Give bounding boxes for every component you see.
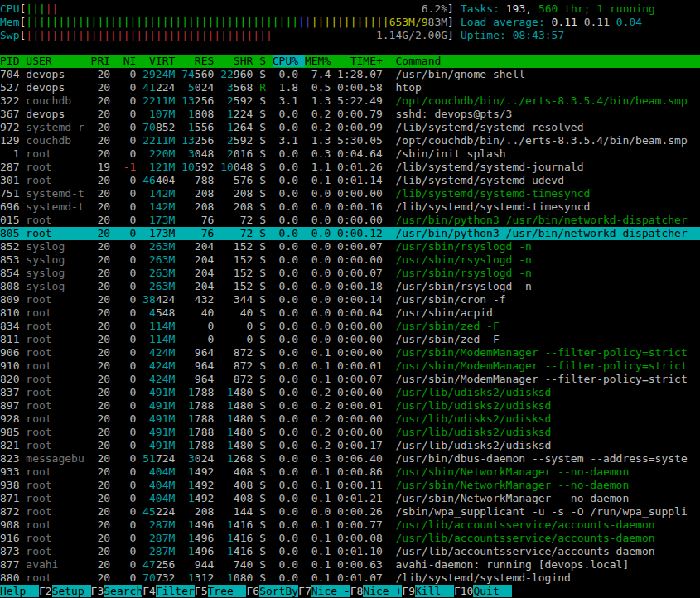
fnbutton-nice-[interactable]: Nice -: [311, 585, 350, 597]
fnkey-quit[interactable]: F10: [454, 585, 473, 597]
column-header-pri[interactable]: PRI: [91, 55, 110, 67]
process-row[interactable]: 837 root 20 0 491M 1788 1480 S 0.0 0.2 0…: [0, 386, 700, 399]
process-row[interactable]: 751 systemd-t 20 0 142M 208 208 S 0.0 0.…: [0, 187, 700, 200]
fnbutton-filter[interactable]: Filter: [156, 585, 195, 597]
fnbutton-setup[interactable]: Setup: [52, 585, 91, 597]
time-cell: 0:00.86: [337, 465, 389, 478]
fnkey-nice-[interactable]: F7: [298, 585, 311, 597]
nice-cell: 0: [117, 200, 136, 213]
cpu-percent-cell: 1.8: [273, 81, 298, 94]
process-row[interactable]: 873 root 20 0 287M 1496 1416 S 0.0 0.1 0…: [0, 545, 700, 558]
time-cell: 0:00.63: [337, 558, 389, 571]
process-row[interactable]: 897 root 20 0 491M 1788 1480 S 0.0 0.2 0…: [0, 399, 700, 412]
process-row[interactable]: 527 devops 20 0 41224 5024 3568 R 1.8 0.…: [0, 81, 700, 94]
mem-percent-cell: 0.2: [305, 426, 331, 438]
mem-percent-cell: 0.0: [305, 240, 331, 253]
process-row[interactable]: 880 root 20 0 70732 1312 1080 S 0.0 0.1 …: [0, 571, 700, 585]
column-header-cpu[interactable]: CPU%: [273, 55, 305, 67]
fnbutton-help[interactable]: Help: [0, 585, 39, 597]
process-row[interactable]: 985 root 20 0 491M 1788 1480 S 0.0 0.2 0…: [0, 426, 700, 439]
process-row[interactable]: 367 devops 20 0 107M 1808 1224 S 0.0 0.2…: [0, 108, 700, 121]
column-header-user[interactable]: USER: [26, 55, 84, 67]
shr-cell: [220, 505, 234, 518]
fnkey-nice-[interactable]: F8: [350, 585, 364, 597]
process-row[interactable]: 820 root 20 0 424M 964 872 S 0.0 0.1 0:0…: [0, 373, 700, 386]
shr-cell: [220, 492, 234, 504]
fnkey-tree[interactable]: F5: [195, 585, 208, 597]
process-row[interactable]: 129 couchdb 20 0 2211M 13256 2592 S 3.1 …: [0, 134, 700, 147]
fnbutton-nice-[interactable]: Nice +: [363, 585, 402, 597]
process-row[interactable]: 871 root 20 0 404M 1492 408 S 0.0 0.1 0:…: [0, 492, 700, 505]
fnkey-search[interactable]: F3: [91, 585, 104, 597]
fnbutton-sortby[interactable]: SortBy: [259, 585, 298, 597]
fnbutton-search[interactable]: Search: [104, 585, 142, 597]
process-row[interactable]: 805 root 20 0 173M 76 72 S 0.0 0.0 0:00.…: [0, 227, 700, 240]
column-header-time[interactable]: TIME+: [337, 55, 389, 67]
process-row[interactable]: 809 root 20 0 38424 432 344 S 0.0 0.0 0:…: [0, 293, 700, 306]
process-row[interactable]: 015 root 20 0 173M 76 72 S 0.0 0.0 0:00.…: [0, 214, 700, 227]
process-row[interactable]: 287 root 19 -1 121M 10592 10048 S 0.0 1.…: [0, 161, 700, 174]
swp-meter-bars: |||||||||||||||||||||||||||||||||||||| 1…: [26, 29, 447, 41]
process-row[interactable]: 938 root 20 0 404M 1492 408 S 0.0 0.1 0:…: [0, 479, 700, 492]
process-row[interactable]: 1 root 20 0 220M 3048 2016 S 0.0 0.3 0:0…: [0, 147, 700, 161]
process-row[interactable]: 704 devops 20 0 2924M 74560 22960 S 0.0 …: [0, 68, 700, 81]
fnbutton-quit[interactable]: Quit: [473, 585, 512, 597]
res-cell: [181, 214, 200, 226]
process-row[interactable]: 696 systemd-t 20 0 142M 208 208 S 0.0 0.…: [0, 200, 700, 214]
column-header-shr[interactable]: SHR: [220, 55, 253, 67]
fnbutton-kill[interactable]: Kill: [415, 585, 454, 597]
process-row[interactable]: 877 avahi 20 0 47256 944 740 S 0.0 0.1 0…: [0, 558, 700, 571]
fnkey-setup[interactable]: F2: [39, 585, 52, 597]
mem-percent-cell: 0.0: [305, 306, 331, 319]
process-row[interactable]: 301 root 20 0 46404 788 576 S 0.0 0.1 0:…: [0, 174, 700, 187]
pri-cell: 20: [91, 320, 110, 332]
process-row[interactable]: 928 root 20 0 491M 1788 1480 S 0.0 0.2 0…: [0, 412, 700, 426]
process-row[interactable]: 916 root 20 0 287M 1496 1416 S 0.0 0.1 0…: [0, 532, 700, 545]
res-cell: [181, 571, 188, 584]
user-cell: devops: [26, 68, 84, 80]
process-row[interactable]: 854 syslog 20 0 263M 204 152 S 0.0 0.0 0…: [0, 267, 700, 280]
process-row[interactable]: 933 root 20 0 404M 1492 408 S 0.0 0.1 0:…: [0, 465, 700, 479]
fnkey-sortby[interactable]: F6: [246, 585, 259, 597]
shr-cell: [220, 306, 239, 319]
process-row[interactable]: 853 syslog 20 0 263M 204 152 S 0.0 0.0 0…: [0, 253, 700, 267]
time-cell: 0:00.07: [337, 373, 389, 385]
column-header-ni[interactable]: NI: [117, 55, 136, 67]
process-row[interactable]: 852 syslog 20 0 263M 204 152 S 0.0 0.0 0…: [0, 240, 700, 253]
process-row[interactable]: 906 root 20 0 424M 964 872 S 0.0 0.1 0:0…: [0, 346, 700, 359]
column-header-pid[interactable]: PID: [0, 55, 19, 67]
process-row[interactable]: 972 systemd-r 20 0 70852 1556 1264 S 0.0…: [0, 121, 700, 134]
process-row[interactable]: 821 root 20 0 491M 1788 1480 S 0.0 0.2 0…: [0, 439, 700, 452]
process-row[interactable]: 834 root 20 0 114M 0 0 S 0.0 0.0 0:00.00…: [0, 320, 700, 333]
fnkey-filter[interactable]: F4: [142, 585, 156, 597]
res-cell: [181, 81, 188, 94]
pri-cell: 20: [91, 280, 110, 292]
column-header-res[interactable]: RES: [181, 55, 214, 67]
virt-cell: [142, 465, 149, 478]
process-row[interactable]: 910 root 20 0 424M 964 872 S 0.0 0.1 0:0…: [0, 359, 700, 373]
process-row[interactable]: 811 root 20 0 114M 0 0 S 0.0 0.0 0:00.00…: [0, 333, 700, 346]
mem-percent-cell: 0.1: [305, 373, 331, 385]
cpu-percent-cell: 0.0: [273, 227, 298, 239]
column-header-command[interactable]: Command: [396, 55, 442, 67]
process-row[interactable]: 823 messagebu 20 0 51724 3024 1268 S 0.0…: [0, 452, 700, 465]
process-row[interactable]: 908 root 20 0 287M 1496 1416 S 0.0 0.1 0…: [0, 518, 700, 532]
state-cell: S: [259, 121, 266, 133]
process-row[interactable]: 808 syslog 20 0 263M 204 152 S 0.0 0.0 0…: [0, 280, 700, 293]
process-row[interactable]: 322 couchdb 20 0 2211M 13256 2592 S 3.1 …: [0, 94, 700, 108]
fnkey-kill[interactable]: F9: [402, 585, 415, 597]
shr-cell: [220, 479, 234, 491]
column-header-mem[interactable]: MEM%: [305, 55, 331, 67]
state-cell: S: [259, 320, 266, 332]
cpu-percent-cell: 0.0: [273, 200, 298, 213]
res-cell: [181, 545, 188, 557]
shr-cell: [220, 532, 227, 544]
column-header-s[interactable]: S: [259, 55, 266, 67]
nice-cell: 0: [117, 174, 136, 186]
fnbutton-tree[interactable]: Tree: [208, 585, 247, 597]
process-row[interactable]: 872 root 20 0 45224 208 144 S 0.0 0.0 0:…: [0, 505, 700, 518]
pri-cell: 20: [91, 373, 110, 385]
column-header-virt[interactable]: VIRT: [142, 55, 175, 67]
meter-close-bracket: ]: [447, 2, 454, 15]
process-row[interactable]: 810 root 20 0 4548 40 40 S 0.0 0.0 0:00.…: [0, 306, 700, 320]
